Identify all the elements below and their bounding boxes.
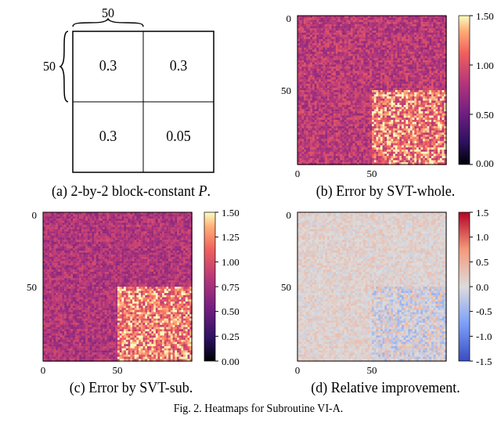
panel-d: 0 50 0 50 1.51.00.50.0-0.5-1.0-1.5 (262, 204, 501, 396)
heatmap-b: 0 50 0 50 (265, 8, 502, 180)
cbar-tick: 0.00 (222, 356, 240, 367)
cbar-tick: 0.50 (222, 305, 240, 317)
cbar-tick: 0.5 (476, 256, 488, 268)
width-label: 50 (102, 8, 114, 20)
cbar-tick: 1.50 (476, 10, 494, 22)
svg-rect-4904 (459, 16, 470, 164)
cbar-tick: 1.5 (476, 207, 488, 219)
heatmap-c: 0 50 0 50 1.50 (10, 204, 253, 377)
cell-01: 0.3 (169, 58, 187, 74)
height-label: 50 (43, 60, 56, 73)
cbar-tick: -0.5 (476, 305, 492, 317)
heatmap-d: 0 50 0 50 1.51.00.50.0-0.5-1.0-1.5 (265, 204, 502, 377)
cbar-tick: 0.25 (222, 331, 240, 342)
cell-00: 0.3 (99, 58, 117, 74)
cbar-tick: -1.5 (476, 356, 492, 367)
panel-a-caption: (a) 2-by-2 block-constant P. (52, 183, 211, 200)
svg-rect-14719 (459, 212, 470, 361)
cbar-tick: -1.0 (476, 331, 492, 342)
cell-11: 0.05 (166, 128, 191, 144)
cbar-tick: 0.0 (476, 281, 488, 293)
panel-b: 0 50 0 50 (262, 8, 501, 200)
xtick-0: 0 (40, 364, 45, 376)
ytick-0: 0 (286, 209, 291, 221)
cbar-tick: 1.00 (222, 256, 240, 268)
cbar-tick: 0.00 (476, 157, 494, 169)
ytick-0: 0 (286, 13, 291, 24)
cbar-tick: 0.50 (476, 109, 494, 121)
cbar-tick: 0.75 (222, 281, 240, 293)
panel-b-caption: (b) Error by SVT-whole. (316, 183, 455, 200)
figure-caption: Fig. 2. Heatmaps for Subroutine VI-A. (8, 403, 501, 415)
xtick-0: 0 (294, 168, 300, 179)
cbar-tick: 1.00 (476, 60, 494, 71)
cbar-tick: 1.25 (222, 231, 240, 243)
xtick-0: 0 (294, 364, 300, 376)
panel-a-caption-suffix: . (207, 183, 211, 199)
cbar-tick: 1.50 (222, 207, 240, 219)
ytick-50: 50 (281, 85, 291, 96)
block-diagram: 0.3 0.3 0.3 0.05 50 50 (18, 8, 245, 180)
ytick-0: 0 (31, 209, 37, 221)
figure-grid: 0.3 0.3 0.3 0.05 50 50 (a) 2-by-2 block-… (8, 8, 501, 396)
xtick-50: 50 (366, 168, 377, 179)
panel-c: 0 50 0 50 1.50 (8, 204, 254, 396)
ytick-50: 50 (281, 281, 291, 293)
panel-d-caption: (d) Relative improvement. (311, 380, 460, 396)
xtick-50: 50 (112, 364, 122, 376)
cell-10: 0.3 (99, 128, 117, 144)
svg-rect-9810 (204, 212, 215, 361)
cbar-tick: 1.0 (476, 231, 488, 243)
panel-c-caption: (c) Error by SVT-sub. (70, 380, 193, 396)
panel-a-caption-math: P (198, 183, 207, 199)
panel-a-caption-prefix: (a) 2-by-2 block-constant (52, 183, 198, 199)
ytick-50: 50 (27, 281, 37, 293)
xtick-50: 50 (366, 364, 377, 376)
panel-a: 0.3 0.3 0.3 0.05 50 50 (a) 2-by-2 block-… (8, 8, 254, 200)
